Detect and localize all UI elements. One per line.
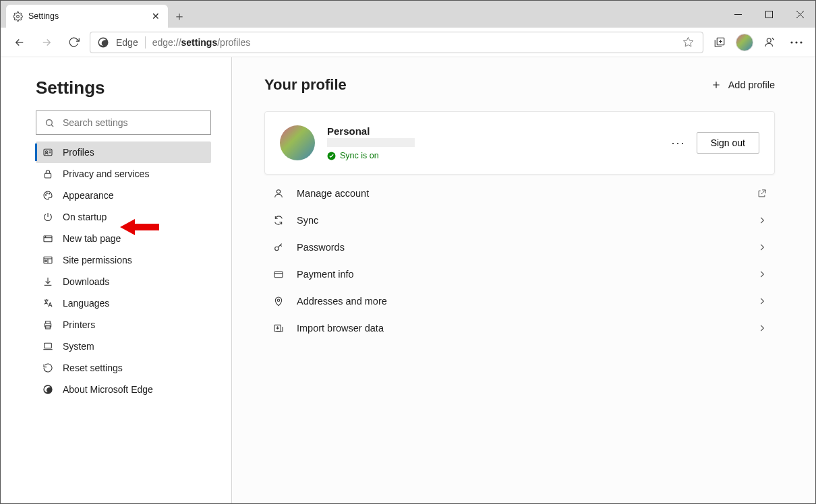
sidebar-item-reset-settings[interactable]: Reset settings	[36, 357, 211, 379]
add-profile-label: Add profile	[728, 80, 775, 90]
sidebar-item-new-tab-page[interactable]: New tab page	[36, 228, 211, 249]
svg-point-14	[47, 193, 47, 193]
window-maximize-button[interactable]	[753, 1, 784, 28]
sidebar-item-site-permissions[interactable]: Site permissions	[36, 249, 211, 271]
collections-button[interactable]	[709, 32, 730, 53]
sidebar-item-label: Site permissions	[63, 255, 132, 265]
profile-row-manage-account[interactable]: Manage account	[264, 180, 775, 207]
refresh-button[interactable]	[63, 32, 84, 53]
laptop-icon	[42, 341, 53, 352]
sidebar-item-label: On startup	[63, 212, 107, 222]
language-icon	[42, 298, 53, 309]
svg-rect-21	[45, 343, 52, 348]
import-icon	[272, 322, 285, 334]
sidebar-item-label: Appearance	[63, 190, 114, 201]
window-controls	[722, 1, 815, 28]
add-profile-button[interactable]: Add profile	[711, 80, 775, 90]
sidebar-item-profiles[interactable]: Profiles	[36, 141, 211, 163]
external-icon	[757, 189, 767, 199]
toolbar: Edge edge://settings/profiles	[1, 28, 815, 57]
profile-card-actions: ··· Sign out	[672, 132, 759, 154]
svg-point-9	[47, 119, 53, 125]
sync-icon	[272, 214, 285, 226]
sync-status: Sync is on	[327, 151, 415, 160]
address-bar[interactable]: Edge edge://settings/profiles	[90, 32, 703, 53]
gear-icon	[13, 11, 23, 22]
sidebar-item-on-startup[interactable]: On startup	[36, 206, 211, 228]
reset-icon	[42, 363, 53, 373]
profile-card: Personal Sync is on ··· Sign out	[264, 111, 775, 175]
lock-icon	[42, 168, 53, 179]
svg-marker-3	[683, 37, 693, 46]
search-settings-input[interactable]	[61, 117, 202, 129]
settings-heading: Settings	[36, 77, 210, 98]
window-minimize-button[interactable]	[722, 1, 753, 28]
sidebar-item-about-microsoft-edge[interactable]: About Microsoft Edge	[36, 379, 211, 400]
profile-avatar	[280, 125, 315, 160]
sign-out-button[interactable]: Sign out	[697, 132, 759, 154]
titlebar: Settings ✕ ＋	[1, 1, 815, 28]
svg-rect-1	[765, 11, 772, 18]
new-tab-button[interactable]: ＋	[168, 5, 191, 28]
tab-close-button[interactable]: ✕	[150, 11, 161, 22]
settings-sidebar: Settings Profiles Privacy and services A…	[1, 57, 232, 503]
location-icon	[272, 295, 285, 307]
edge-icon	[42, 384, 53, 395]
settings-main: Your profile Add profile Personal Sync i…	[232, 57, 815, 503]
profile-row-import-browser-data[interactable]: Import browser data	[264, 315, 775, 342]
sync-status-text: Sync is on	[340, 151, 379, 160]
profile-more-button[interactable]: ···	[672, 136, 686, 150]
content: Settings Profiles Privacy and services A…	[1, 57, 815, 503]
window-close-button[interactable]	[784, 1, 815, 28]
edge-logo-icon	[97, 36, 109, 49]
sidebar-item-system[interactable]: System	[36, 336, 211, 357]
sidebar-item-appearance[interactable]: Appearance	[36, 185, 211, 206]
profile-row-label: Payment info	[297, 269, 354, 280]
power-icon	[42, 212, 53, 222]
sidebar-item-privacy-and-services[interactable]: Privacy and services	[36, 163, 211, 185]
profile-menu-list: Manage account Sync Passwords Payment in…	[264, 180, 775, 342]
divider	[145, 36, 146, 49]
sidebar-item-label: Languages	[63, 298, 109, 309]
printer-icon	[42, 319, 53, 330]
card-icon	[272, 268, 285, 280]
feedback-button[interactable]	[759, 32, 780, 53]
main-header: Your profile Add profile	[264, 76, 775, 94]
sidebar-item-languages[interactable]: Languages	[36, 292, 211, 314]
forward-button[interactable]	[36, 32, 57, 53]
search-settings-box[interactable]	[36, 111, 211, 135]
more-menu-button[interactable]	[786, 32, 807, 53]
profile-row-payment-info[interactable]: Payment info	[264, 261, 775, 288]
svg-point-18	[45, 260, 47, 262]
sidebar-item-label: Printers	[63, 319, 95, 330]
back-button[interactable]	[9, 32, 30, 53]
profile-row-label: Manage account	[297, 188, 369, 199]
svg-point-6	[790, 41, 792, 43]
chevron-right-icon	[757, 270, 767, 279]
browser-tab[interactable]: Settings ✕	[6, 5, 168, 28]
site-identity-label: Edge	[116, 37, 138, 48]
sidebar-item-label: Profiles	[63, 147, 94, 158]
sidebar-item-printers[interactable]: Printers	[36, 314, 211, 336]
profile-row-label: Sync	[297, 215, 318, 226]
url-text: edge://settings/profiles	[152, 37, 676, 48]
sidebar-item-label: About Microsoft Edge	[63, 384, 153, 395]
profile-info: Personal Sync is on	[327, 125, 415, 160]
chevron-right-icon	[757, 296, 767, 306]
page-title: Your profile	[264, 76, 347, 94]
chevron-right-icon	[757, 323, 767, 333]
profile-card-icon	[42, 147, 53, 158]
profile-email-redacted	[327, 138, 415, 147]
svg-point-25	[275, 247, 279, 250]
sidebar-item-downloads[interactable]: Downloads	[36, 271, 211, 292]
person-icon	[272, 187, 285, 199]
favorite-button[interactable]	[682, 36, 696, 48]
profile-row-passwords[interactable]: Passwords	[264, 234, 775, 261]
svg-point-11	[45, 151, 47, 153]
profile-row-addresses-and-more[interactable]: Addresses and more	[264, 288, 775, 315]
svg-point-27	[277, 299, 279, 301]
profile-avatar-button[interactable]	[736, 34, 753, 51]
sidebar-item-label: System	[63, 341, 94, 352]
profile-row-sync[interactable]: Sync	[264, 207, 775, 234]
sidebar-item-label: Reset settings	[63, 363, 123, 373]
